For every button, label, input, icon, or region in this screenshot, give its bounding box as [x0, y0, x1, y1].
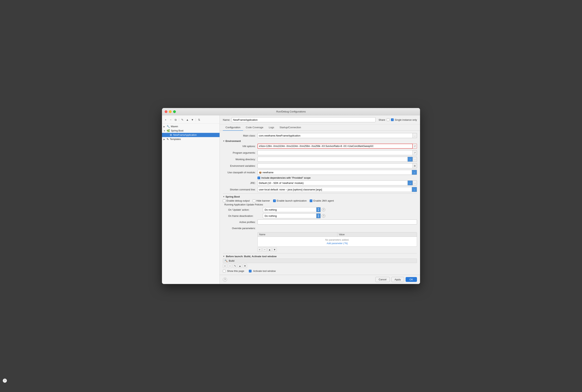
sidebar-item-spring-boot[interactable]: ▼ 🌿 Spring Boot [162, 128, 220, 133]
edit-config-button[interactable]: ✎ [180, 118, 184, 122]
single-instance-checkbox[interactable]: ✓ [391, 118, 394, 121]
name-input[interactable] [232, 117, 375, 122]
vm-options-row: VM options: ↗ [223, 144, 417, 149]
active-profiles-label: Active profiles: [223, 221, 258, 224]
add-config-button[interactable]: + [164, 118, 168, 122]
on-update-dropdown-button[interactable]: ▲▼ [316, 207, 321, 212]
ok-button[interactable]: OK [406, 277, 417, 282]
sidebar-item-newframe[interactable]: ⚙ NewFrameApplication [162, 133, 220, 137]
on-frame-dropdown-button[interactable]: ▲▼ [316, 213, 321, 218]
on-frame-select[interactable]: Do nothing [263, 213, 316, 218]
params-remove-button[interactable]: − [262, 248, 267, 252]
build-label: Build [229, 259, 234, 262]
show-page-row: Show this page ✓ Activate tool window [223, 270, 417, 272]
move-up-button[interactable]: ▲ [185, 118, 190, 122]
main-class-input[interactable] [258, 133, 413, 138]
cancel-button[interactable]: Cancel [375, 277, 390, 282]
shorten-cmd-row: Shorten command line: user-local default… [223, 187, 417, 192]
build-item: 🔨 Build [223, 258, 417, 263]
vm-options-input[interactable] [258, 144, 413, 149]
program-args-expand-button[interactable]: ↗ [413, 150, 417, 155]
on-update-select[interactable]: Do nothing [263, 207, 316, 212]
minimize-button[interactable] [169, 110, 172, 113]
shorten-cmd-dropdown-button[interactable]: ⌄ [412, 187, 417, 192]
shorten-cmd-value: user-local default: none – java [options… [259, 188, 322, 191]
build-add-button[interactable]: + [223, 264, 227, 268]
tab-startup-connection[interactable]: Startup/Connection [277, 124, 304, 131]
params-move-up-button[interactable]: ▲ [268, 248, 272, 252]
params-move-down-button[interactable]: ▼ [272, 248, 277, 252]
working-dir-browse-button[interactable]: … [413, 157, 417, 162]
add-param-link[interactable]: Add parameter (^N) [327, 242, 348, 245]
on-update-help-icon[interactable]: ? [322, 208, 325, 212]
apply-button[interactable]: Apply [391, 277, 404, 282]
enable-launch-label: Enable launch optimization [277, 199, 306, 202]
hide-banner-group: Hide banner [253, 199, 270, 202]
sidebar-item-templates[interactable]: ▶ ✎ Templates [162, 137, 220, 141]
before-launch-arrow[interactable]: ▼ [223, 255, 225, 258]
enable-jmx-checkbox[interactable]: ✓ [310, 200, 312, 202]
tab-code-coverage[interactable]: Code Coverage [243, 124, 266, 131]
module-icon: 📦 [259, 171, 262, 174]
vm-options-expand-button[interactable]: ↗ [413, 144, 417, 149]
share-checkbox[interactable] [387, 118, 390, 121]
classpath-input-group: 📦newframe ⌄ [258, 170, 417, 175]
main-class-browse-button[interactable]: … [413, 133, 417, 138]
jre-browse-button[interactable]: … [413, 180, 417, 186]
hide-banner-checkbox[interactable] [253, 200, 255, 202]
titlebar: Run/Debug Configurations [162, 108, 420, 115]
on-update-select-group: Do nothing ▲▼ [263, 207, 321, 212]
close-button[interactable] [165, 110, 167, 113]
env-vars-browse-button[interactable]: ⊞ [413, 163, 417, 168]
working-dir-input[interactable] [258, 157, 408, 162]
params-value-header: Value [338, 232, 417, 236]
module-select[interactable]: 📦newframe [258, 170, 412, 175]
maximize-button[interactable] [173, 110, 176, 113]
remove-config-button[interactable]: − [168, 118, 173, 122]
sidebar-item-maven[interactable]: ▶ 🔧 Maven [162, 124, 220, 128]
move-down-button[interactable]: ▼ [190, 118, 194, 122]
tab-configuration[interactable]: Configuration [223, 124, 243, 131]
include-deps-row: ✓ Include dependencies with "Provided" s… [223, 176, 417, 179]
enable-jmx-group: ✓ Enable JMX agent [310, 199, 334, 202]
env-vars-input[interactable] [258, 163, 413, 168]
env-vars-row: Environment variables: ⊞ [223, 163, 417, 168]
build-move-down-button[interactable]: ▼ [243, 264, 247, 268]
active-profiles-input[interactable] [258, 220, 417, 224]
on-frame-help-icon[interactable]: ? [322, 214, 325, 218]
main-content: + − ⧉ ✎ ▲ ▼ ⇅ ▶ 🔧 Maven ▼ 🌿 Spring Boot [162, 115, 420, 284]
environment-section: ▼ Environment VM options: ↗ Program argu… [223, 140, 417, 192]
single-instance-label: Single instance only [394, 118, 417, 121]
on-frame-select-group: Do nothing ▲▼ [263, 213, 321, 218]
copy-config-button[interactable]: ⧉ [174, 118, 178, 122]
spring-boot-arrow[interactable]: ▼ [223, 196, 225, 198]
enable-launch-checkbox[interactable]: ✓ [273, 200, 276, 202]
dialog-help-button[interactable]: ? [223, 278, 227, 282]
build-remove-button[interactable]: − [228, 264, 232, 268]
working-dir-dropdown-button[interactable]: ⌄ [408, 157, 413, 162]
spring-boot-header-label: Spring Boot [226, 195, 240, 198]
share-label: Share [379, 118, 385, 121]
activate-window-label: Activate tool window [253, 270, 276, 272]
program-args-input[interactable] [258, 150, 413, 155]
tab-logs[interactable]: Logs [266, 124, 277, 131]
environment-arrow[interactable]: ▼ [223, 140, 225, 142]
build-edit-button[interactable]: ✎ [233, 264, 237, 268]
module-dropdown-button[interactable]: ⌄ [412, 170, 417, 175]
params-add-button[interactable]: + [258, 248, 262, 252]
spring-boot-section: ▼ Spring Boot Enable debug output Hide b… [223, 195, 417, 252]
include-deps-checkbox[interactable]: ✓ [258, 176, 260, 179]
show-page-checkbox[interactable] [223, 270, 226, 272]
single-instance-checkbox-group: ✓ Single instance only [391, 118, 417, 121]
build-move-up-button[interactable]: ▲ [238, 264, 242, 268]
spring-boot-header: ▼ Spring Boot [223, 195, 417, 198]
jre-select[interactable]: Default (10 - SDK of 'newframe' module) [258, 180, 408, 186]
no-params-text: No parameters added. [325, 238, 349, 241]
sort-button[interactable]: ⇅ [197, 118, 201, 122]
shorten-cmd-select[interactable]: user-local default: none – java [options… [258, 187, 412, 192]
jre-dropdown-button[interactable]: ⌄ [408, 180, 413, 186]
enable-debug-checkbox[interactable] [223, 200, 226, 202]
before-launch-section: ▼ Before launch: Build, Activate tool wi… [223, 255, 417, 272]
activate-window-checkbox[interactable]: ✓ [249, 270, 252, 272]
build-toolbar: + − ✎ ▲ ▼ [223, 264, 417, 268]
